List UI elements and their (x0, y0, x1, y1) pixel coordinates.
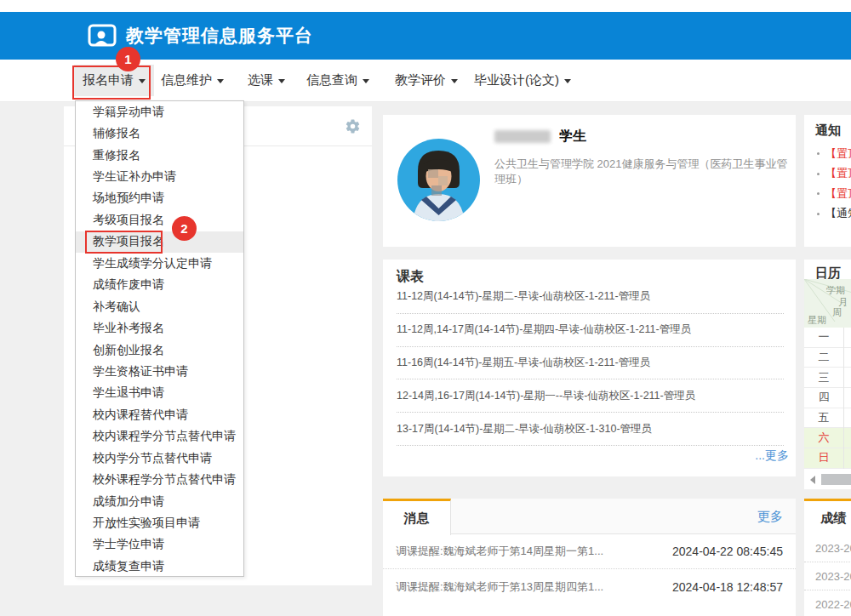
menu-item-student-status-change[interactable]: 学籍异动申请 (76, 101, 243, 123)
menu-item-makeup-exam-confirm[interactable]: 补考确认 (76, 296, 243, 317)
menu-item-minor-enrollment[interactable]: 辅修报名 (76, 123, 243, 144)
schedule-row: 11-12周(14-14节)-星期二-早读-仙葫校区-1-211-管理员 (397, 281, 784, 314)
app-title: 教学管理信息服务平台 (126, 24, 313, 48)
menu-item-retake-enrollment[interactable]: 重修报名 (76, 145, 243, 166)
chevron-down-icon (217, 79, 224, 83)
menu-item-internal-course-substitute[interactable]: 校内课程替代申请 (76, 404, 243, 425)
tab-messages[interactable]: 消息 (383, 499, 451, 535)
scroll-left-arrow-icon[interactable] (810, 476, 815, 484)
calendar-column-divider (843, 328, 844, 469)
message-text: 调课提醒:魏海斌老师于第14周星期一第1... (396, 544, 603, 559)
menu-item-external-course-credit-node-substitute[interactable]: 校外课程学分节点替代申请 (76, 469, 243, 490)
menu-item-graduation-makeup-enrollment[interactable]: 毕业补考报名 (76, 317, 243, 339)
menu-item-open-experiment-project[interactable]: 开放性实验项目申请 (76, 512, 243, 533)
calendar-scrollbar (804, 472, 851, 487)
menu-item-venue-reservation[interactable]: 场地预约申请 (76, 188, 243, 209)
notice-text: 【置顶 (825, 146, 851, 162)
day-label: 五 (804, 410, 843, 425)
menu-item-credit-recognition[interactable]: 学生成绩学分认定申请 (76, 253, 243, 274)
nav-item-info-maintenance[interactable]: 信息维护 (161, 72, 224, 88)
notices-list: 【置顶 【置顶 【置顶 【通知 (804, 144, 851, 224)
message-row[interactable]: 调课提醒:魏海斌老师于第14周星期一第1... 2024-04-22 08:45… (383, 534, 796, 569)
day-label: 四 (804, 390, 843, 405)
notices-title: 通知 (815, 123, 841, 139)
bullet-icon (817, 213, 820, 215)
student-name-redacted (494, 130, 551, 143)
calendar-corner-header: 学期 月 周 星期 (804, 279, 851, 328)
avatar (397, 139, 480, 221)
day-label: 三 (804, 370, 843, 385)
student-name-row: 学生 (494, 128, 586, 145)
enroll-apply-dropdown-menu: 学籍异动申请 辅修报名 重修报名 学生证补办申请 场地预约申请 考级项目报名 教… (75, 100, 244, 577)
chevron-down-icon (139, 79, 146, 83)
menu-item-bachelor-degree[interactable]: 学士学位申请 (76, 534, 243, 556)
student-department: 公共卫生与管理学院 2021健康服务与管理（医药卫生事业管理班） (494, 157, 796, 187)
app-header: 教学管理信息服务平台 (0, 12, 851, 60)
grades-card: 成绩 2023-20 2023-20 2022-20 (804, 499, 851, 616)
schedule-card: 课表 11-12周(14-14节)-星期二-早读-仙葫校区-1-211-管理员 … (383, 260, 796, 476)
nav-item-info-query[interactable]: 信息查询 (306, 72, 369, 88)
menu-item-level-exam-enrollment[interactable]: 考级项目报名 (76, 209, 243, 231)
nav-item-label: 报名申请 (83, 72, 134, 88)
platform-logo-icon (88, 24, 117, 48)
schedule-list: 11-12周(14-14节)-星期二-早读-仙葫校区-1-211-管理员 11-… (397, 281, 784, 446)
chevron-down-icon (451, 79, 458, 83)
notice-item[interactable]: 【置顶 (804, 164, 851, 185)
nav-item-enroll-apply[interactable]: 报名申请 (74, 65, 154, 96)
notice-item[interactable]: 【置顶 (804, 144, 851, 164)
chevron-down-icon (564, 79, 571, 83)
notices-card: 通知 【置顶 【置顶 【置顶 【通知 (804, 115, 851, 247)
messages-tab-header: 消息 更多 (383, 499, 796, 534)
calendar-label-week: 周 (832, 306, 842, 319)
nav-item-label: 毕业设计(论文) (474, 72, 559, 88)
notice-item[interactable]: 【置顶 (804, 184, 851, 204)
day-label: 六 (804, 431, 843, 446)
message-row[interactable]: 调课提醒:魏海斌老师于第13周星期四第1... 2024-04-18 12:48… (383, 569, 796, 604)
grade-item[interactable]: 2023-20 (804, 562, 851, 590)
menu-item-student-card-reissue[interactable]: 学生证补办申请 (76, 166, 243, 187)
messages-more-link[interactable]: 更多 (757, 509, 783, 525)
tab-grades[interactable]: 成绩 (804, 499, 851, 535)
nav-item-graduation-design[interactable]: 毕业设计(论文) (474, 72, 571, 88)
avatar-photo (397, 139, 480, 221)
message-time: 2024-04-18 12:48:57 (672, 580, 783, 594)
messages-card: 消息 更多 调课提醒:魏海斌老师于第14周星期一第1... 2024-04-22… (383, 499, 796, 616)
bullet-icon (817, 173, 820, 175)
menu-item-teaching-project-enrollment[interactable]: 教学项目报名 (76, 231, 243, 253)
calendar-label-weekday: 星期 (808, 314, 826, 327)
menu-item-qualification-certificate[interactable]: 学生资格证书申请 (76, 361, 243, 382)
notice-text: 【通知 (825, 206, 851, 221)
menu-item-grade-bonus[interactable]: 成绩加分申请 (76, 491, 243, 512)
notice-text: 【置顶 (825, 186, 851, 202)
grade-item[interactable]: 2022-20 (804, 590, 851, 616)
bullet-icon (817, 192, 820, 195)
nav-item-teaching-evaluation[interactable]: 教学评价 (395, 72, 458, 88)
bullet-icon (817, 152, 820, 155)
scrollbar-thumb[interactable] (821, 474, 851, 485)
chevron-down-icon (363, 79, 369, 83)
menu-item-grade-recheck[interactable]: 成绩复查申请 (76, 556, 243, 577)
gear-icon[interactable] (345, 118, 361, 134)
day-label: 二 (804, 350, 843, 365)
nav-item-course-selection[interactable]: 选课 (248, 72, 285, 88)
menu-item-internal-credit-node-substitute[interactable]: 校内学分节点替代申请 (76, 448, 243, 469)
message-time: 2024-04-22 08:45:45 (672, 545, 783, 558)
menu-item-innovation-enrollment[interactable]: 创新创业报名 (76, 339, 243, 361)
notice-item[interactable]: 【通知 (804, 204, 851, 225)
schedule-row: 13-17周(14-14节)-星期二-早读-仙葫校区-1-310-管理员 (397, 413, 784, 446)
menu-item-grade-invalidation[interactable]: 成绩作废申请 (76, 275, 243, 296)
nav-item-label: 信息查询 (306, 72, 357, 88)
notice-text: 【置顶 (825, 166, 851, 181)
menu-item-internal-course-credit-node-substitute[interactable]: 校内课程学分节点替代申请 (76, 426, 243, 448)
menu-item-book-return[interactable]: 学生退书申请 (76, 383, 243, 404)
message-text: 调课提醒:魏海斌老师于第13周星期四第1... (396, 579, 603, 595)
nav-item-label: 信息维护 (161, 72, 212, 88)
schedule-more-link[interactable]: ...更多 (755, 448, 789, 464)
main-nav: 报名申请 信息维护 选课 信息查询 教学评价 毕业设计(论文) (0, 60, 851, 102)
nav-item-label: 选课 (248, 72, 273, 88)
schedule-row: 11-12周,14-17周(14-14节)-星期四-早读-仙葫校区-1-211-… (397, 314, 784, 347)
grade-item[interactable]: 2023-20 (804, 534, 851, 562)
day-label: 日 (804, 450, 843, 465)
chevron-down-icon (278, 79, 285, 83)
calendar-label-semester: 学期 (826, 284, 845, 297)
